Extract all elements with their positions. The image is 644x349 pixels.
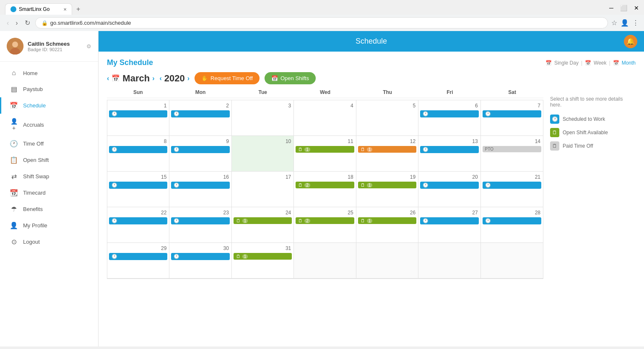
browser-actions: ☆ 👤 ⋮ bbox=[611, 19, 639, 27]
date-10: 10 bbox=[233, 138, 293, 145]
clock-icon-20: 🕐 bbox=[423, 182, 428, 188]
sidebar-item-openshift[interactable]: 📋 Open Shift bbox=[0, 152, 98, 168]
shift-bar-2[interactable]: 🕐 bbox=[171, 110, 229, 117]
settings-icon[interactable]: ⚙ bbox=[86, 43, 91, 49]
maximize-button[interactable]: ⬜ bbox=[620, 5, 627, 11]
shift-bar-26[interactable]: 🗒 1 bbox=[358, 217, 416, 224]
date-30: 30 bbox=[170, 245, 230, 252]
sidebar-item-paystub[interactable]: ▤ Paystub bbox=[0, 81, 98, 97]
shift-bar-8[interactable]: 🕐 bbox=[109, 146, 167, 153]
active-tab[interactable]: SmartLinx Go ✕ bbox=[5, 3, 72, 15]
notification-bell[interactable]: 🔔 bbox=[624, 35, 637, 48]
date-9: 9 bbox=[170, 138, 230, 145]
menu-icon[interactable]: ⋮ bbox=[632, 19, 639, 27]
calendar-main: Sun Mon Tue Wed Thu Fri Sat 1 bbox=[107, 89, 543, 279]
schedule-title: My Schedule bbox=[107, 58, 153, 67]
clock-icon-8: 🕐 bbox=[112, 147, 117, 152]
date-23: 23 bbox=[170, 209, 230, 216]
shift-bar-30[interactable]: 🕐 bbox=[171, 253, 229, 260]
single-day-view[interactable]: Single Day bbox=[554, 60, 579, 66]
date-25: 25 bbox=[295, 209, 355, 216]
sidebar-item-myprofile[interactable]: 👤 My Profile bbox=[0, 217, 98, 234]
shift-bar-25[interactable]: 🗒 2 bbox=[296, 217, 354, 224]
myprofile-icon: 👤 bbox=[10, 221, 18, 229]
cal-day-26: 26 🗒 1 bbox=[356, 207, 418, 243]
forward-button[interactable]: › bbox=[14, 18, 19, 29]
cal-day-31: 31 🗒 1 bbox=[232, 243, 294, 279]
clock-icon-23: 🕐 bbox=[174, 218, 179, 224]
profile-icon[interactable]: 👤 bbox=[621, 19, 629, 27]
shift-bar-21[interactable]: 🕐 bbox=[483, 182, 541, 189]
sidebar-item-home[interactable]: ⌂ Home bbox=[0, 65, 98, 81]
open-shifts-icon: 📅 bbox=[271, 75, 278, 81]
shift-bar-7[interactable]: 🕐 bbox=[483, 110, 541, 117]
cal-day-25: 25 🗒 2 bbox=[294, 207, 356, 243]
close-button[interactable]: ✕ bbox=[634, 5, 639, 11]
date-16: 16 bbox=[170, 173, 230, 181]
cal-day-21: 21 🕐 bbox=[481, 172, 543, 207]
cal-day-2: 2 🕐 bbox=[169, 100, 231, 136]
shift-bar-16[interactable]: 🕐 bbox=[171, 182, 229, 189]
month-view[interactable]: Month bbox=[622, 60, 636, 66]
sidebar-item-timecard[interactable]: 📆 Timecard bbox=[0, 185, 98, 201]
shift-bar-22[interactable]: 🕐 bbox=[109, 217, 167, 224]
shift-bar-11[interactable]: 🗒 1 bbox=[296, 146, 354, 153]
cal-day-19: 19 🗒 1 bbox=[356, 172, 418, 207]
cal-day-8: 8 🕐 bbox=[107, 136, 169, 172]
shift-bar-9[interactable]: 🕐 bbox=[171, 146, 229, 153]
shift-bar-29[interactable]: 🕐 bbox=[109, 253, 167, 260]
sidebar-item-accruals[interactable]: 👤+ Accruals bbox=[0, 114, 98, 135]
shift-bar-15[interactable]: 🕐 bbox=[109, 182, 167, 189]
shift-count-25: 2 bbox=[304, 219, 310, 223]
shift-bar-1[interactable]: 🕐 bbox=[109, 110, 167, 117]
tab-close-button[interactable]: ✕ bbox=[63, 7, 67, 12]
url-bar[interactable]: 🔒 go.smartlinx6.com/main/schedule bbox=[35, 17, 608, 29]
paystub-icon: ▤ bbox=[10, 85, 18, 93]
calendar-toolbar: ‹ 📅 March › ‹ 2020 › ✋ Reques bbox=[107, 72, 636, 84]
bookmark-icon[interactable]: ☆ bbox=[611, 19, 617, 27]
week-view[interactable]: Week bbox=[594, 60, 606, 66]
reload-button[interactable]: ↻ bbox=[23, 17, 32, 29]
shift-bar-14-pto[interactable]: PTO bbox=[483, 146, 541, 152]
shift-bar-13[interactable]: 🕐 bbox=[420, 146, 478, 153]
date-8: 8 bbox=[108, 138, 168, 145]
sidebar-item-benefits[interactable]: ☂ Benefits bbox=[0, 201, 98, 217]
shift-bar-19[interactable]: 🗒 1 bbox=[358, 182, 416, 188]
clock-icon-21: 🕐 bbox=[485, 182, 491, 188]
shift-bar-27[interactable]: 🕐 bbox=[420, 217, 478, 224]
shift-bar-20[interactable]: 🕐 bbox=[420, 182, 478, 189]
next-month-button[interactable]: › bbox=[152, 75, 154, 82]
sidebar-item-logout[interactable]: ⊙ Logout bbox=[0, 234, 98, 250]
sidebar-item-label-home: Home bbox=[23, 70, 38, 76]
shift-bar-18[interactable]: 🗒 2 bbox=[296, 182, 354, 188]
date-7: 7 bbox=[482, 102, 542, 109]
shift-bar-23[interactable]: 🕐 bbox=[171, 217, 229, 224]
sidebar-item-label-timeoff: Time Off bbox=[23, 141, 44, 147]
shift-bar-28[interactable]: 🕐 bbox=[483, 217, 541, 224]
minimize-button[interactable]: ─ bbox=[609, 5, 613, 11]
shift-bar-12[interactable]: 🗒 1 bbox=[358, 146, 416, 153]
next-year-button[interactable]: › bbox=[187, 75, 190, 82]
open-icon-24: 🗒 bbox=[236, 218, 241, 223]
prev-month-button[interactable]: ‹ bbox=[107, 75, 109, 82]
sidebar-item-shiftswap[interactable]: ⇄ Shift Swap bbox=[0, 168, 98, 185]
date-18: 18 bbox=[295, 173, 355, 181]
cal-day-28: 28 🕐 bbox=[481, 207, 543, 243]
timeoff-icon: 🕐 bbox=[10, 140, 18, 148]
cal-day-9: 9 🕐 bbox=[169, 136, 231, 172]
shift-bar-6[interactable]: 🕐 bbox=[420, 110, 478, 117]
request-time-off-button[interactable]: ✋ Request Time Off bbox=[195, 72, 260, 84]
back-button[interactable]: ‹ bbox=[5, 18, 10, 29]
open-shifts-button[interactable]: 📅 Open Shifts bbox=[265, 72, 316, 84]
cal-day-23: 23 🕐 bbox=[169, 207, 231, 243]
content-area: My Schedule 📅 Single Day | 📅 Week | 📅 Mo… bbox=[99, 52, 644, 286]
sidebar-item-timeoff[interactable]: 🕐 Time Off bbox=[0, 135, 98, 152]
new-tab-button[interactable]: + bbox=[73, 4, 83, 15]
sidebar-item-schedule[interactable]: 📅 Schedule bbox=[0, 97, 98, 114]
clock-icon-15: 🕐 bbox=[112, 182, 117, 188]
shift-bar-24[interactable]: 🗒 1 bbox=[234, 217, 292, 224]
shift-bar-31[interactable]: 🗒 1 bbox=[234, 253, 292, 260]
schedule-icon: 📅 bbox=[10, 102, 18, 109]
prev-year-button[interactable]: ‹ bbox=[159, 75, 161, 82]
sidebar-item-label-paystub: Paystub bbox=[23, 86, 43, 92]
